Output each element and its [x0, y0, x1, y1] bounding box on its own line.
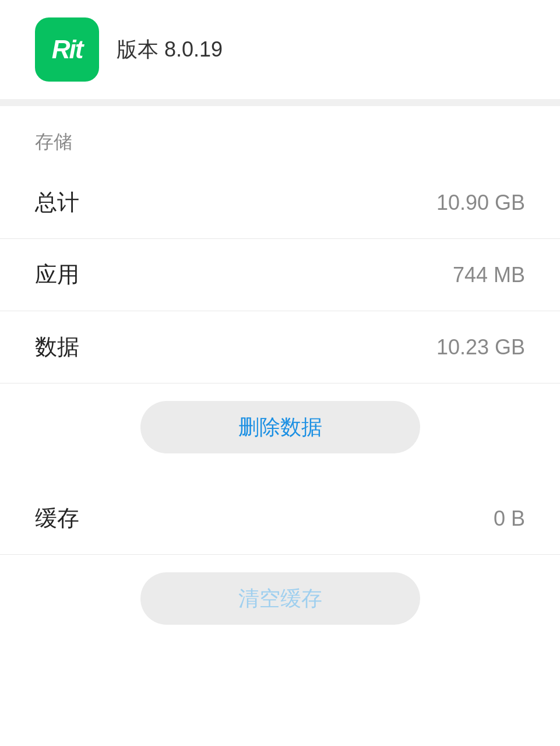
cache-value: 0 B	[494, 506, 525, 531]
bottom-spacer	[0, 654, 560, 746]
version-text: 版本 8.0.19	[117, 36, 223, 64]
delete-data-label: 删除数据	[238, 413, 322, 442]
clear-cache-label: 清空缓存	[238, 585, 322, 613]
total-value: 10.90 GB	[436, 191, 525, 215]
app-label: 应用	[35, 260, 79, 290]
app-storage-row: 应用 744 MB	[0, 239, 560, 311]
total-storage-row: 总计 10.90 GB	[0, 167, 560, 239]
storage-section: 存储 总计 10.90 GB 应用 744 MB 数据 10.23 GB 删除数…	[0, 106, 560, 654]
cache-label: 缓存	[35, 504, 79, 533]
storage-section-label: 存储	[0, 106, 560, 167]
delete-data-button[interactable]: 删除数据	[140, 401, 420, 453]
total-label: 总计	[35, 188, 79, 217]
delete-data-button-container: 删除数据	[0, 383, 560, 483]
section-divider	[0, 99, 560, 106]
clear-cache-button-container: 清空缓存	[0, 555, 560, 654]
data-value: 10.23 GB	[436, 335, 525, 360]
data-label: 数据	[35, 332, 79, 362]
app-header: Rit 版本 8.0.19	[0, 0, 560, 99]
clear-cache-button[interactable]: 清空缓存	[140, 572, 420, 625]
data-storage-row: 数据 10.23 GB	[0, 311, 560, 383]
cache-row: 缓存 0 B	[0, 483, 560, 555]
app-icon: Rit	[35, 17, 99, 82]
app-value: 744 MB	[453, 263, 525, 287]
app-icon-text: Rit	[52, 35, 83, 64]
